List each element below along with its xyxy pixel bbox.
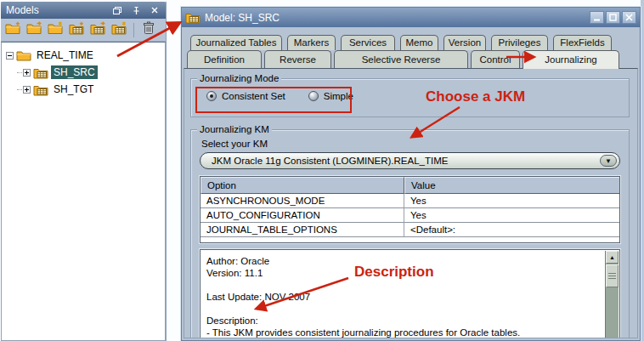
tab-flexfields[interactable]: FlexFields — [553, 35, 612, 50]
close-icon[interactable] — [149, 5, 161, 15]
insert-model-button[interactable] — [68, 22, 86, 38]
option-cell: ASYNCHRONOUS_MODE — [201, 194, 404, 208]
app-root: Models — [0, 0, 644, 341]
journalizing-tab-content: Journalizing Mode Consistent Set Simple … — [184, 68, 638, 338]
folder-plus-icon — [5, 21, 21, 38]
tab-privileges[interactable]: Privileges — [491, 35, 548, 50]
km-dropdown-value: JKM Oracle 11g Consistent (LOGMINER).REA… — [212, 156, 448, 166]
value-cell[interactable]: Yes — [404, 208, 619, 223]
duplicate-model-button[interactable] — [89, 22, 107, 38]
tab-journalizing[interactable]: Journalizing — [523, 50, 619, 69]
tree-item-label[interactable]: SH_SRC — [51, 65, 98, 79]
scroll-up-icon[interactable]: ▲ — [606, 251, 619, 264]
duplicate-folder-button[interactable] — [25, 22, 43, 38]
background-strip — [641, 0, 644, 341]
tree-connector — [17, 72, 22, 73]
tab-services[interactable]: Services — [341, 35, 395, 50]
tab-row-1: Journalized Tables Markers Services Memo… — [190, 35, 640, 50]
toolbar-separator — [133, 23, 134, 37]
km-description-box: Author: Oracle Version: 11.1 Last Update… — [200, 249, 620, 338]
thumb-grip — [608, 273, 616, 280]
tree-item-label[interactable]: SH_TGT — [51, 82, 96, 96]
description-scrollbar[interactable]: ▲ — [605, 251, 619, 338]
tab-row-2: Definition Reverse Selective Reverse Con… — [187, 50, 640, 68]
expand-expander-icon[interactable] — [23, 69, 31, 77]
expand-expander-icon[interactable] — [23, 86, 31, 94]
models-tree: REAL_TIME SH_SRC SH_TG — [1, 42, 166, 341]
description-line: Author: Oracle — [206, 255, 599, 267]
delete-button[interactable] — [139, 22, 157, 38]
description-line: - This JKM provides consistent journaliz… — [206, 327, 599, 338]
maximize-icon[interactable] — [606, 11, 620, 24]
tab-markers[interactable]: Markers — [287, 35, 336, 50]
tab-journalized-tables[interactable]: Journalized Tables — [190, 35, 282, 50]
collapse-expander-icon[interactable] — [6, 52, 14, 60]
folder-icon — [16, 49, 31, 61]
models-panel: Models — [1, 2, 167, 341]
tree-item-sh-src[interactable]: SH_SRC — [2, 64, 165, 81]
description-line — [206, 279, 599, 291]
model-dialog: Model: SH_SRC Journalized Tables Markers… — [181, 7, 641, 341]
dialog-titlebar: Model: SH_SRC — [182, 8, 640, 27]
radio-label: Simple — [324, 91, 353, 101]
model-star-icon — [111, 21, 127, 38]
option-cell: AUTO_CONFIGURATION — [201, 208, 404, 223]
dialog-tabs: Journalized Tables Markers Services Memo… — [182, 27, 640, 68]
group-label: Journalizing Mode — [197, 73, 281, 83]
new-folder-button[interactable] — [47, 22, 65, 38]
table-row: JOURNAL_TABLE_OPTIONS <Default>: — [201, 223, 619, 237]
chevron-down-icon[interactable]: ▼ — [600, 155, 617, 167]
tree-item-real-time[interactable]: REAL_TIME — [2, 47, 165, 64]
window-controls — [590, 11, 636, 24]
trash-icon — [143, 21, 155, 38]
option-cell: JOURNAL_TABLE_OPTIONS — [201, 223, 404, 237]
minimize-icon[interactable] — [590, 11, 604, 24]
column-header-value[interactable]: Value — [404, 177, 619, 194]
scrollbar-thumb[interactable] — [606, 264, 619, 287]
table-row: AUTO_CONFIGURATION Yes — [201, 208, 619, 223]
tab-memo[interactable]: Memo — [400, 35, 438, 50]
description-line — [206, 303, 599, 315]
value-cell[interactable]: Yes — [404, 194, 619, 208]
model-arrow-icon — [90, 21, 106, 38]
select-km-label: Select your KM — [201, 139, 620, 149]
models-panel-controls — [111, 5, 161, 15]
journalizing-km-group: Journalizing KM Select your KM JKM Oracl… — [190, 129, 630, 338]
restore-icon[interactable] — [111, 5, 123, 15]
folder-arrow-icon — [26, 21, 42, 38]
dialog-title: Model: SH_SRC — [205, 12, 585, 24]
model-icon — [33, 66, 48, 79]
table-filler — [201, 237, 619, 242]
km-options-table: Option Value ASYNCHRONOUS_MODE Yes AUTO_… — [200, 176, 620, 243]
group-label: Journalizing KM — [197, 124, 272, 134]
table-header-row: Option Value — [201, 177, 619, 194]
close-icon[interactable] — [622, 11, 636, 24]
km-dropdown[interactable]: JKM Oracle 11g Consistent (LOGMINER).REA… — [200, 152, 620, 169]
radio-consistent-set[interactable]: Consistent Set — [206, 91, 285, 101]
tab-reverse[interactable]: Reverse — [264, 50, 331, 68]
tab-selective-reverse[interactable]: Selective Reverse — [334, 50, 468, 68]
radio-simple[interactable]: Simple — [308, 91, 353, 101]
radio-label: Consistent Set — [222, 91, 285, 101]
radio-selected-icon[interactable] — [206, 91, 217, 101]
models-panel-title: Models — [6, 4, 111, 16]
new-model-button[interactable] — [110, 22, 128, 38]
pin-icon[interactable] — [130, 5, 142, 15]
tree-item-sh-tgt[interactable]: SH_TGT — [2, 81, 165, 98]
journalizing-mode-group: Journalizing Mode Consistent Set Simple — [190, 78, 630, 117]
radio-unselected-icon[interactable] — [308, 91, 319, 101]
tab-control[interactable]: Control — [471, 50, 520, 68]
folder-star-icon — [48, 21, 64, 38]
models-toolbar — [1, 19, 166, 42]
insert-folder-button[interactable] — [4, 22, 22, 38]
tree-item-label[interactable]: REAL_TIME — [34, 48, 96, 62]
model-icon — [33, 83, 48, 96]
tree-connector — [17, 89, 22, 90]
tab-version[interactable]: Version — [443, 35, 486, 50]
models-panel-titlebar: Models — [1, 2, 166, 19]
tab-definition[interactable]: Definition — [187, 50, 262, 68]
description-line: Description: — [206, 315, 599, 327]
value-cell[interactable]: <Default>: — [404, 223, 619, 237]
description-line: Last Update: NOV-2007 — [206, 291, 599, 303]
column-header-option[interactable]: Option — [201, 177, 404, 194]
